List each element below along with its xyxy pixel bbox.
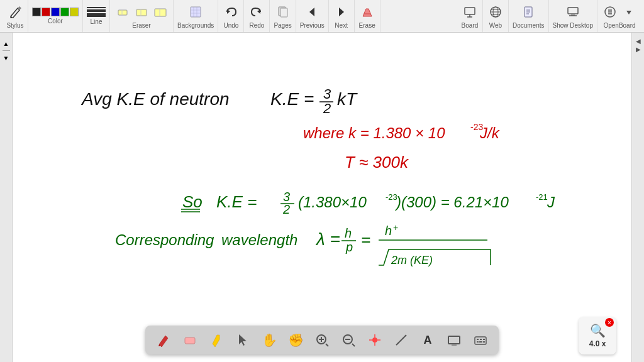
line-label: Line xyxy=(91,18,103,25)
sidebar-arrow-up[interactable]: ▲ xyxy=(2,39,11,48)
svg-rect-58 xyxy=(483,339,485,340)
sidebar-arrow-down[interactable]: ▼ xyxy=(2,53,11,62)
color-yellow[interactable] xyxy=(70,8,79,16)
color-black[interactable] xyxy=(32,8,41,16)
right-arrow-right[interactable]: ▶ xyxy=(636,46,641,53)
svg-marker-12 xyxy=(257,9,260,14)
line-thick[interactable] xyxy=(87,13,106,17)
stylus-label: Stylus xyxy=(6,22,23,29)
documents-button[interactable] xyxy=(519,3,537,21)
highlighter-tool-button[interactable] xyxy=(206,329,227,351)
zoom-close-button[interactable]: × xyxy=(605,318,614,327)
lambda-symbol: λ = xyxy=(315,229,340,249)
openboard-button[interactable] xyxy=(601,3,619,21)
svg-rect-4 xyxy=(155,9,166,16)
svg-marker-11 xyxy=(227,9,230,14)
undo-label: Undo xyxy=(223,22,238,29)
svg-rect-61 xyxy=(483,341,485,343)
documents-group: Documents xyxy=(509,0,549,32)
wavelength-text: wavelength xyxy=(221,231,297,248)
pages-button[interactable] xyxy=(274,3,292,21)
pages-label: Pages xyxy=(274,22,291,29)
kt-text: kT xyxy=(337,89,358,109)
zoom-in-tool-button[interactable] xyxy=(311,329,333,351)
color-blue[interactable] xyxy=(51,8,60,16)
right-sidebar-arrows: ◀ ▶ xyxy=(636,38,641,53)
eraser-small-button[interactable] xyxy=(114,3,131,21)
svg-rect-60 xyxy=(479,341,482,343)
h-plus-numerator: h xyxy=(385,224,392,238)
svg-line-41 xyxy=(326,344,328,346)
color-row-1 xyxy=(32,8,79,16)
eraser-tool-button[interactable] xyxy=(179,329,201,351)
zoom-icon: 🔍 xyxy=(590,323,606,338)
exp-21-green: -21 xyxy=(536,192,548,202)
redo-button[interactable] xyxy=(248,3,265,21)
sqrt-symbol xyxy=(379,250,491,265)
zoom-out-tool-button[interactable] xyxy=(338,329,359,351)
erase-label: Erase xyxy=(359,22,375,29)
undo-button[interactable] xyxy=(222,3,240,21)
keyboard-tool-button[interactable] xyxy=(470,329,491,351)
exp-23-green: -23 xyxy=(386,192,397,202)
web-button[interactable] xyxy=(487,3,504,21)
svg-rect-57 xyxy=(480,339,482,340)
text-tool-button[interactable]: A xyxy=(417,329,438,351)
erase-group: Erase xyxy=(355,0,380,32)
svg-marker-39 xyxy=(239,334,247,346)
backgrounds-button[interactable] xyxy=(187,3,204,21)
openboard-label: OpenBoard xyxy=(603,22,635,29)
p-denominator: p xyxy=(345,240,353,254)
screen-tool-button[interactable] xyxy=(443,329,465,351)
right-arrow-left[interactable]: ◀ xyxy=(636,38,641,45)
corresponding-text: Corresponding xyxy=(115,231,214,248)
whiteboard[interactable]: Avg K.E of neutron K.E = 3 2 kT where k … xyxy=(13,33,631,362)
line-medium[interactable] xyxy=(87,9,106,12)
ke-calculation: (1.380×10 xyxy=(298,194,367,211)
fraction-3: 3 xyxy=(323,86,331,102)
openboard-expand-button[interactable] xyxy=(620,3,638,21)
show-desktop-group: Show Desktop xyxy=(549,0,597,32)
avg-ke-text: Avg K.E of neutron xyxy=(80,89,230,109)
line-thin[interactable] xyxy=(87,7,106,8)
where-k-text: where k = 1.380 × 10 xyxy=(303,124,445,141)
board-button[interactable] xyxy=(461,3,479,21)
fraction-2-green: 2 xyxy=(282,202,290,216)
svg-rect-53 xyxy=(448,336,460,344)
previous-group: Previous xyxy=(296,0,329,32)
line-tool-button[interactable] xyxy=(391,329,412,351)
ke-green: K.E = xyxy=(216,192,257,211)
color-red[interactable] xyxy=(42,8,50,16)
redo-label: Redo xyxy=(249,22,264,29)
eraser-large-button[interactable] xyxy=(152,3,169,21)
next-group: Next xyxy=(329,0,355,32)
select-tool-button[interactable] xyxy=(232,329,253,351)
pan-tool-button[interactable]: ✊ xyxy=(285,329,306,351)
stylus-button[interactable] xyxy=(6,3,24,21)
j-green: J xyxy=(547,194,555,211)
svg-rect-2 xyxy=(136,9,147,16)
main-area: ▲ ▼ Avg K.E of neutron K.E = 3 2 kT wher… xyxy=(0,33,644,362)
svg-rect-56 xyxy=(477,339,479,340)
redo-group: Redo xyxy=(244,0,270,32)
bottom-toolbar: ✋ ✊ A xyxy=(145,326,499,354)
svg-rect-54 xyxy=(452,344,457,346)
zoom-value: 4.0 x xyxy=(589,339,606,348)
svg-rect-6 xyxy=(191,7,201,17)
pages-group: Pages xyxy=(270,0,296,32)
show-desktop-button[interactable] xyxy=(564,3,582,21)
previous-button[interactable] xyxy=(303,3,321,21)
svg-marker-15 xyxy=(309,8,314,16)
next-button[interactable] xyxy=(333,3,350,21)
eraser-medium-button[interactable] xyxy=(133,3,150,21)
svg-rect-38 xyxy=(185,337,195,344)
next-label: Next xyxy=(335,22,348,29)
laser-tool-button[interactable] xyxy=(364,329,386,351)
color-green[interactable] xyxy=(60,8,69,16)
equals-2: = xyxy=(361,230,370,249)
erase-button[interactable] xyxy=(358,3,376,21)
pen-tool-button[interactable] xyxy=(153,329,174,351)
sqrt-content: 2m (KE) xyxy=(391,254,433,266)
hand-tool-button[interactable]: ✋ xyxy=(258,329,280,351)
color-label: Color xyxy=(48,18,63,25)
